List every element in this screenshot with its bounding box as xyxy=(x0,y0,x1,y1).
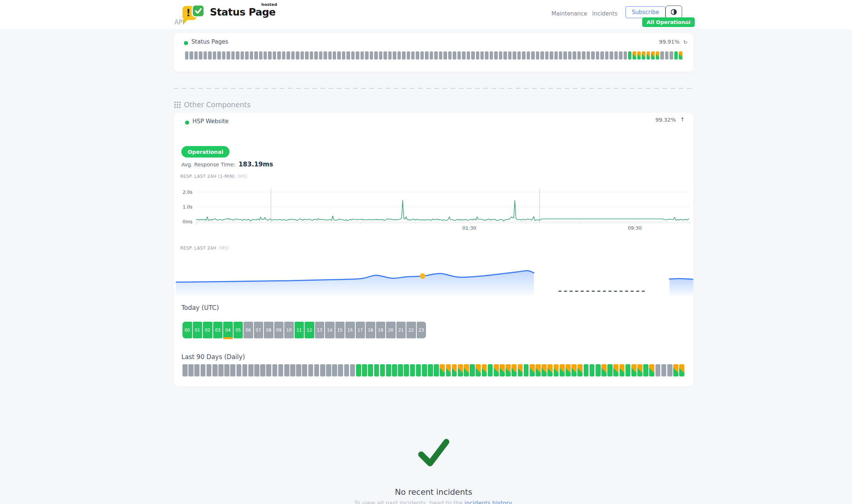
uptime-bar[interactable] xyxy=(550,51,553,60)
daily-uptime-bar[interactable] xyxy=(278,364,284,376)
uptime-bar[interactable] xyxy=(443,51,447,60)
uptime-bar[interactable] xyxy=(517,51,521,60)
theme-toggle-button[interactable] xyxy=(665,6,682,18)
hour-block[interactable]: 17 xyxy=(356,322,365,338)
daily-uptime-bar[interactable] xyxy=(560,364,565,376)
daily-uptime-bar[interactable] xyxy=(607,364,613,376)
daily-uptime-bar[interactable] xyxy=(290,364,295,376)
daily-uptime-bar[interactable] xyxy=(649,364,654,376)
daily-uptime-bar[interactable] xyxy=(272,364,278,376)
daily-uptime-bar[interactable] xyxy=(428,364,433,376)
daily-uptime-bar[interactable] xyxy=(350,364,355,376)
hour-block[interactable]: 08 xyxy=(264,322,274,338)
daily-uptime-bar[interactable] xyxy=(188,364,194,376)
hour-block[interactable]: 03 xyxy=(213,322,223,338)
hour-block[interactable]: 04 xyxy=(223,322,233,338)
daily-uptime-bar[interactable] xyxy=(571,364,577,376)
uptime-bar[interactable] xyxy=(199,51,202,60)
uptime-bar[interactable] xyxy=(383,51,387,60)
daily-uptime-bar[interactable] xyxy=(380,364,385,376)
uptime-bar[interactable] xyxy=(379,51,382,60)
hour-block[interactable]: 13 xyxy=(315,322,325,338)
daily-uptime-bar[interactable] xyxy=(284,364,289,376)
uptime-bar[interactable] xyxy=(416,51,419,60)
uptime-bar[interactable] xyxy=(600,51,604,60)
uptime-bar[interactable] xyxy=(494,51,497,60)
uptime-bar[interactable] xyxy=(610,51,613,60)
uptime-bar[interactable] xyxy=(222,51,225,60)
subscribe-button[interactable]: Subscribe xyxy=(625,6,665,18)
daily-uptime-bar[interactable] xyxy=(254,364,259,376)
daily-uptime-bar[interactable] xyxy=(392,364,397,376)
uptime-bar[interactable] xyxy=(250,51,253,60)
uptime-bar[interactable] xyxy=(670,51,673,60)
uptime-bar[interactable] xyxy=(545,51,549,60)
hour-block[interactable]: 16 xyxy=(345,322,355,338)
hour-block[interactable]: 01 xyxy=(193,322,202,338)
uptime-bar[interactable] xyxy=(264,51,267,60)
daily-uptime-bar[interactable] xyxy=(494,364,499,376)
uptime-bar[interactable] xyxy=(236,51,239,60)
daily-uptime-bar[interactable] xyxy=(577,364,583,376)
uptime-bar[interactable] xyxy=(430,51,433,60)
daily-uptime-bar[interactable] xyxy=(458,364,463,376)
daily-uptime-bar[interactable] xyxy=(547,364,553,376)
hour-block[interactable]: 22 xyxy=(406,322,416,338)
refresh-icon[interactable]: ↻ xyxy=(683,39,688,45)
daily-uptime-bar[interactable] xyxy=(338,364,343,376)
uptime-bar[interactable] xyxy=(642,51,645,60)
uptime-bar[interactable] xyxy=(582,51,585,60)
daily-uptime-bar[interactable] xyxy=(266,364,271,376)
brand-logo[interactable]: ! xyxy=(182,4,205,24)
daily-uptime-bar[interactable] xyxy=(590,364,595,376)
hour-block[interactable]: 09 xyxy=(274,322,284,338)
daily-uptime-bar[interactable] xyxy=(679,364,684,376)
uptime-bar[interactable] xyxy=(231,51,235,60)
uptime-bar[interactable] xyxy=(420,51,424,60)
uptime-bar[interactable] xyxy=(301,51,304,60)
daily-uptime-bar[interactable] xyxy=(482,364,487,376)
daily-uptime-bar[interactable] xyxy=(344,364,349,376)
uptime-bar[interactable] xyxy=(208,51,211,60)
uptime-bar[interactable] xyxy=(624,51,627,60)
uptime-bar[interactable] xyxy=(402,51,405,60)
daily-uptime-bar[interactable] xyxy=(308,364,313,376)
uptime-bar[interactable] xyxy=(591,51,594,60)
daily-uptime-bar[interactable] xyxy=(476,364,481,376)
uptime-bar[interactable] xyxy=(522,51,525,60)
daily-uptime-bar[interactable] xyxy=(296,364,301,376)
uptime-bar[interactable] xyxy=(434,51,437,60)
daily-uptime-bar[interactable] xyxy=(661,364,667,376)
uptime-bar[interactable] xyxy=(485,51,488,60)
daily-uptime-bar[interactable] xyxy=(302,364,307,376)
uptime-bar[interactable] xyxy=(273,51,276,60)
daily-uptime-bar[interactable] xyxy=(362,364,367,376)
uptime-bar[interactable] xyxy=(310,51,313,60)
daily-uptime-bar[interactable] xyxy=(673,364,678,376)
daily-uptime-bar[interactable] xyxy=(224,364,229,376)
uptime-bar[interactable] xyxy=(227,51,230,60)
uptime-bar[interactable] xyxy=(614,51,618,60)
hour-block[interactable]: 06 xyxy=(244,322,253,338)
uptime-bar[interactable] xyxy=(388,51,392,60)
daily-uptime-bar[interactable] xyxy=(326,364,331,376)
hour-block[interactable]: 00 xyxy=(182,322,192,338)
daily-uptime-bar[interactable] xyxy=(524,364,529,376)
daily-uptime-bar[interactable] xyxy=(182,364,188,376)
daily-uptime-bar[interactable] xyxy=(643,364,648,376)
hour-block[interactable]: 14 xyxy=(325,322,335,338)
uptime-bar[interactable] xyxy=(467,51,470,60)
uptime-bar[interactable] xyxy=(660,51,664,60)
daily-uptime-bar[interactable] xyxy=(446,364,451,376)
hour-block[interactable]: 15 xyxy=(335,322,345,338)
uptime-bar[interactable] xyxy=(342,51,345,60)
daily-uptime-bar[interactable] xyxy=(511,364,517,376)
uptime-bar[interactable] xyxy=(241,51,244,60)
hour-block[interactable]: 12 xyxy=(305,322,314,338)
daily-uptime-bar[interactable] xyxy=(332,364,337,376)
uptime-bar[interactable] xyxy=(268,51,271,60)
uptime-bar[interactable] xyxy=(651,51,654,60)
hour-block[interactable]: 02 xyxy=(203,322,212,338)
uptime-bar[interactable] xyxy=(296,51,299,60)
daily-uptime-bar[interactable] xyxy=(422,364,427,376)
